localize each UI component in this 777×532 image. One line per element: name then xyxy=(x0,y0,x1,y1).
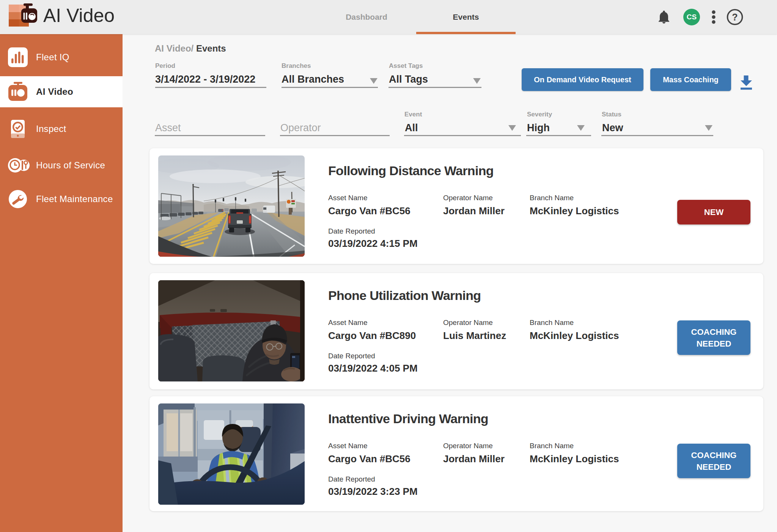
svg-text:?: ? xyxy=(732,12,738,22)
